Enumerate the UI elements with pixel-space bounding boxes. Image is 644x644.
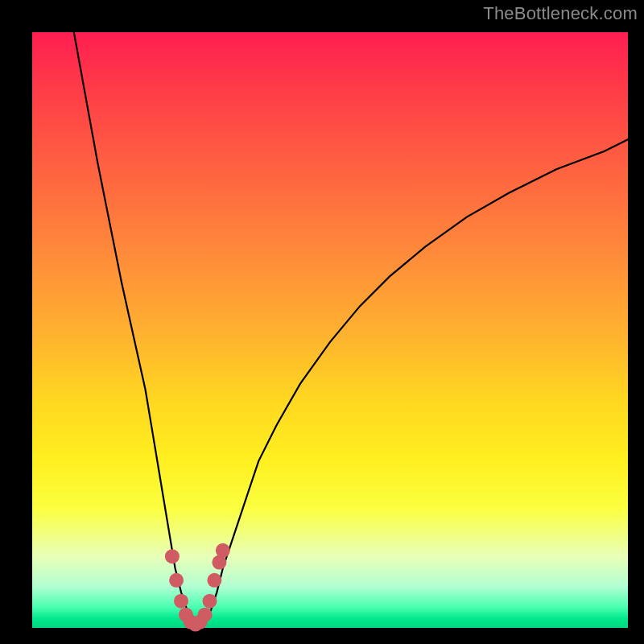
highlight-dot [198,608,213,622]
highlight-dot [203,594,217,609]
highlight-dot [207,573,221,588]
chart-frame: TheBottleneck.com [0,0,644,644]
highlight-dot [174,594,188,609]
chart-plot-area [32,32,628,628]
highlight-dot [216,543,230,558]
highlight-dot [169,573,184,588]
bottleneck-curve [74,32,628,625]
watermark-text: TheBottleneck.com [483,3,638,24]
chart-svg [32,32,628,628]
highlight-dot [165,549,180,564]
highlight-zone [165,543,230,632]
